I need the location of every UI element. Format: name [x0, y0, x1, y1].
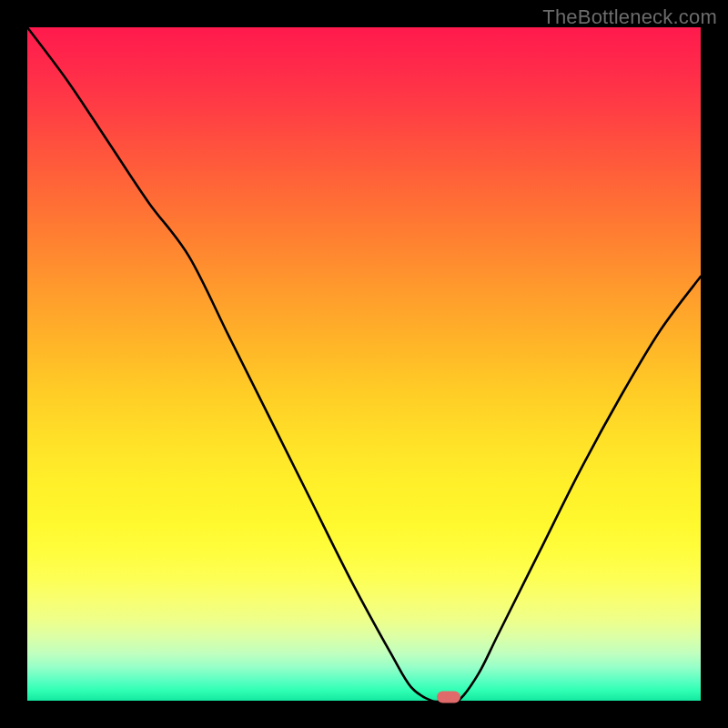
plot-area [27, 27, 701, 701]
chart-frame: TheBottleneck.com [0, 0, 728, 728]
minimum-marker [437, 691, 460, 703]
bottleneck-curve [27, 27, 701, 701]
watermark-text: TheBottleneck.com [542, 5, 717, 29]
